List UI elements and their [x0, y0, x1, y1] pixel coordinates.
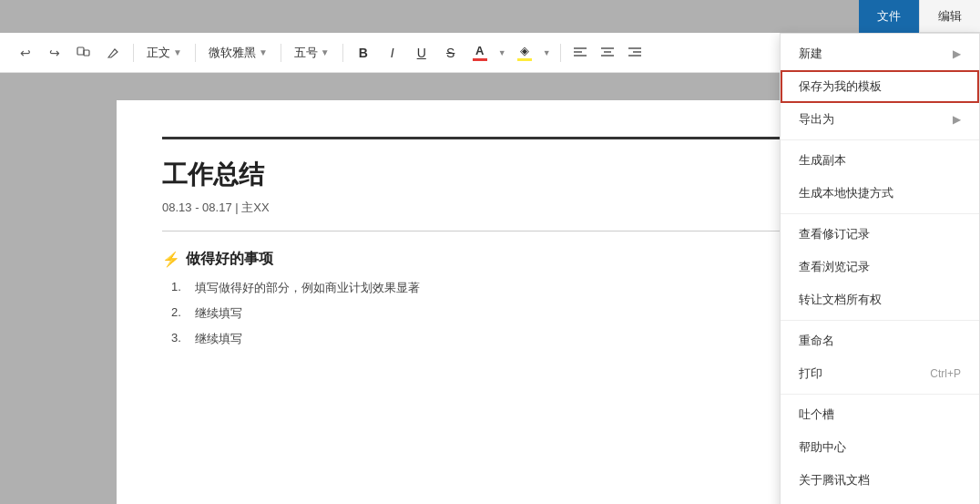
menu-item-about-label: 关于腾讯文档 — [799, 472, 870, 489]
menu-item-report[interactable]: 举报 — [781, 497, 979, 504]
style-label: 正文 — [147, 45, 170, 61]
fontsize-dropdown-arrow: ▼ — [321, 47, 330, 57]
fontsize-dropdown[interactable]: 五号 ▼ — [291, 43, 333, 63]
highlight-color-arrow[interactable]: ▼ — [543, 48, 551, 57]
redo-button[interactable]: ↪ — [44, 42, 66, 64]
menu-item-transfer[interactable]: 转让文档所有权 — [781, 283, 979, 316]
menu-item-feedback-label: 吐个槽 — [799, 406, 834, 423]
italic-button[interactable]: I — [382, 42, 403, 64]
eraser-button[interactable] — [102, 42, 124, 64]
highlight-color-button[interactable]: ◈ — [514, 42, 536, 64]
menu-item-help[interactable]: 帮助中心 — [781, 431, 979, 464]
list-item: 3. 继续填写 — [171, 331, 818, 347]
svg-rect-0 — [77, 47, 84, 55]
tab-edit-label: 编辑 — [938, 8, 962, 25]
menu-item-revision[interactable]: 查看修订记录 — [781, 218, 979, 251]
tab-file-label: 文件 — [877, 8, 901, 25]
align-left-button[interactable] — [570, 43, 590, 63]
fontsize-label: 五号 — [294, 45, 318, 61]
menu-item-shortcut-label: 生成本地快捷方式 — [799, 185, 893, 201]
menu-item-new[interactable]: 新建 ▶ — [781, 37, 979, 70]
file-dropdown-menu: 新建 ▶ 保存为我的模板 导出为 ▶ 生成副本 生成本地快捷方式 查看修订记录 … — [780, 33, 980, 504]
tab-file[interactable]: 文件 — [859, 0, 919, 33]
font-color-label: A — [475, 44, 484, 57]
list-item-text-2: 继续填写 — [195, 305, 242, 322]
list-item-text-1: 填写做得好的部分，例如商业计划效果显著 — [195, 280, 420, 296]
menu-item-about[interactable]: 关于腾讯文档 — [781, 464, 979, 497]
menu-item-duplicate-label: 生成副本 — [799, 152, 846, 169]
menu-item-help-label: 帮助中心 — [799, 439, 846, 456]
menu-item-export-label: 导出为 — [799, 111, 834, 128]
menu-separator-3 — [781, 320, 979, 321]
font-label: 微软雅黑 — [209, 45, 256, 61]
menu-item-export-arrow: ▶ — [953, 113, 961, 126]
menu-item-new-arrow: ▶ — [953, 47, 961, 60]
list-item: 1. 填写做得好的部分，例如商业计划效果显著 — [171, 280, 818, 296]
section-title-text: 做得好的事项 — [186, 250, 273, 269]
highlight-icon: ◈ — [520, 44, 529, 57]
bold-button[interactable]: B — [352, 42, 374, 64]
menu-separator-4 — [781, 394, 979, 395]
menu-item-new-label: 新建 — [799, 46, 822, 62]
menu-item-save-template-label: 保存为我的模板 — [799, 78, 882, 95]
font-dropdown[interactable]: 微软雅黑 ▼ — [205, 43, 271, 63]
strikethrough-button[interactable]: S — [440, 42, 462, 64]
document-subtitle: 08.13 - 08.17 | 主XX — [162, 200, 818, 216]
font-dropdown-arrow: ▼ — [259, 47, 268, 57]
divider-4 — [342, 44, 343, 62]
title-top-line — [162, 137, 818, 139]
menu-item-duplicate[interactable]: 生成副本 — [781, 144, 979, 177]
right-tabs: 文件 编辑 — [859, 0, 980, 33]
divider-5 — [560, 44, 561, 62]
title-bottom-line — [162, 231, 818, 231]
format-painter-button[interactable] — [73, 42, 95, 64]
menu-item-print-label: 打印 — [799, 365, 822, 382]
menu-separator-1 — [781, 139, 979, 140]
list-item: 2. 继续填写 — [171, 305, 818, 322]
menu-item-print-shortcut: Ctrl+P — [930, 367, 961, 380]
menu-item-feedback[interactable]: 吐个槽 — [781, 398, 979, 431]
svg-rect-1 — [84, 50, 89, 56]
menu-item-browse-history-label: 查看浏览记录 — [799, 259, 870, 275]
list-item-text-3: 继续填写 — [195, 331, 242, 347]
document-page: 工作总结 08.13 - 08.17 | 主XX ⚡ 做得好的事项 1. 填写做… — [117, 100, 863, 504]
divider-1 — [133, 44, 134, 62]
align-center-button[interactable] — [597, 43, 618, 63]
section-title: ⚡ 做得好的事项 — [162, 250, 818, 269]
font-color-arrow[interactable]: ▼ — [498, 48, 506, 57]
menu-item-revision-label: 查看修订记录 — [799, 226, 870, 242]
document-title: 工作总结 — [162, 158, 818, 192]
align-right-button[interactable] — [625, 43, 645, 63]
divider-2 — [195, 44, 196, 62]
menu-item-export[interactable]: 导出为 ▶ — [781, 103, 979, 136]
menu-item-transfer-label: 转让文档所有权 — [799, 292, 882, 308]
menu-item-save-template[interactable]: 保存为我的模板 — [781, 70, 979, 103]
style-dropdown[interactable]: 正文 ▼ — [143, 43, 186, 63]
highlight-color-indicator — [517, 58, 532, 61]
font-color-button[interactable]: A — [469, 42, 491, 64]
menu-separator-2 — [781, 213, 979, 214]
tab-edit[interactable]: 编辑 — [919, 0, 980, 33]
divider-3 — [281, 44, 281, 62]
menu-item-browse-history[interactable]: 查看浏览记录 — [781, 251, 979, 283]
lightning-icon: ⚡ — [162, 251, 180, 268]
style-dropdown-arrow: ▼ — [173, 47, 182, 57]
document-list: 1. 填写做得好的部分，例如商业计划效果显著 2. 继续填写 3. 继续填写 — [162, 280, 818, 347]
font-color-indicator — [473, 58, 487, 61]
menu-item-rename-label: 重命名 — [799, 333, 834, 349]
undo-button[interactable]: ↩ — [15, 42, 36, 64]
underline-button[interactable]: U — [411, 42, 433, 64]
menu-item-print[interactable]: 打印 Ctrl+P — [781, 357, 979, 390]
menu-item-shortcut[interactable]: 生成本地快捷方式 — [781, 177, 979, 210]
menu-item-rename[interactable]: 重命名 — [781, 324, 979, 357]
